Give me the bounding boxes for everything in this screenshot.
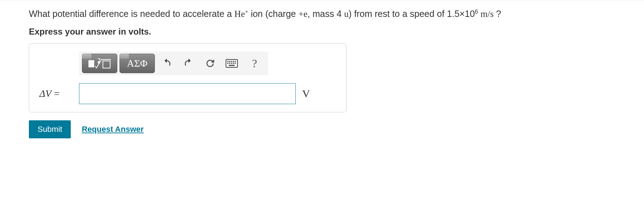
svg-rect-10 bbox=[229, 63, 230, 64]
greek-letters-button[interactable]: ΑΣΦ bbox=[119, 54, 155, 73]
equation-toolbar: ΑΣΦ ? bbox=[79, 52, 268, 75]
svg-rect-2 bbox=[103, 61, 110, 68]
help-button[interactable]: ? bbox=[244, 54, 265, 73]
svg-rect-7 bbox=[233, 61, 234, 62]
svg-rect-11 bbox=[231, 63, 232, 64]
instruction-text: Express your answer in volts. bbox=[29, 27, 615, 37]
svg-rect-0 bbox=[88, 60, 94, 67]
request-answer-link[interactable]: Request Answer bbox=[82, 125, 144, 134]
svg-rect-8 bbox=[235, 61, 236, 62]
question-text: What potential difference is needed to a… bbox=[29, 8, 615, 20]
svg-rect-5 bbox=[229, 61, 230, 62]
svg-rect-9 bbox=[227, 63, 229, 64]
svg-rect-13 bbox=[235, 63, 236, 64]
svg-rect-6 bbox=[231, 61, 232, 62]
submit-button[interactable]: Submit bbox=[29, 120, 71, 138]
answer-input[interactable] bbox=[79, 83, 296, 104]
answer-box: ΑΣΦ ? ΔV = V bbox=[29, 43, 347, 112]
svg-rect-12 bbox=[233, 63, 234, 64]
redo-button[interactable] bbox=[179, 54, 198, 73]
svg-rect-14 bbox=[229, 65, 235, 66]
keyboard-button[interactable] bbox=[222, 54, 242, 73]
math-templates-button[interactable] bbox=[82, 54, 117, 73]
undo-button[interactable] bbox=[157, 54, 177, 73]
unit-label: V bbox=[302, 88, 310, 100]
reset-button[interactable] bbox=[200, 54, 220, 73]
variable-label: ΔV = bbox=[39, 88, 73, 99]
svg-rect-4 bbox=[227, 61, 229, 62]
